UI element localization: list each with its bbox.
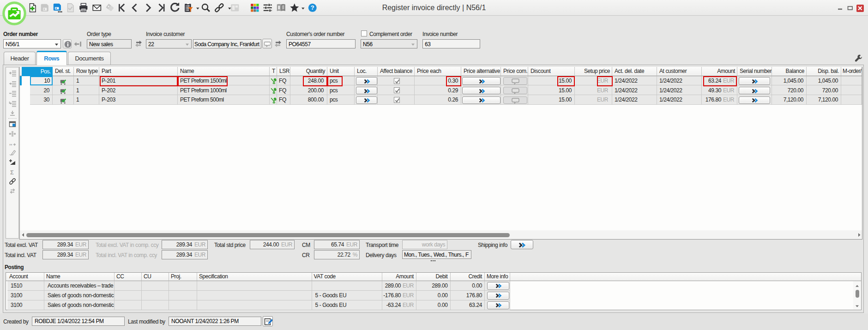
svg-text:?: ? (311, 4, 314, 11)
svg-text:,,: ,, (9, 140, 12, 146)
svg-text:Σ: Σ (10, 169, 14, 176)
